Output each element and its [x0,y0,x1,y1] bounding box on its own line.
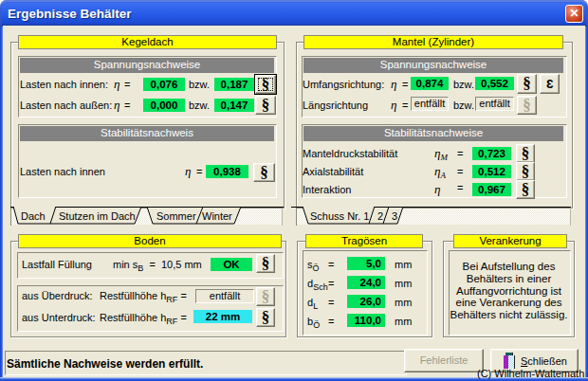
svg-text:Dach: Dach [21,210,46,222]
svg-text:Schuss Nr. 1: Schuss Nr. 1 [310,210,369,222]
svg-text:Winter: Winter [202,210,232,222]
svg-text:3: 3 [392,210,397,222]
svg-text:2: 2 [377,210,383,222]
svg-text:Sommer: Sommer [156,210,196,222]
svg-text:Stutzen im Dach: Stutzen im Dach [59,210,136,222]
